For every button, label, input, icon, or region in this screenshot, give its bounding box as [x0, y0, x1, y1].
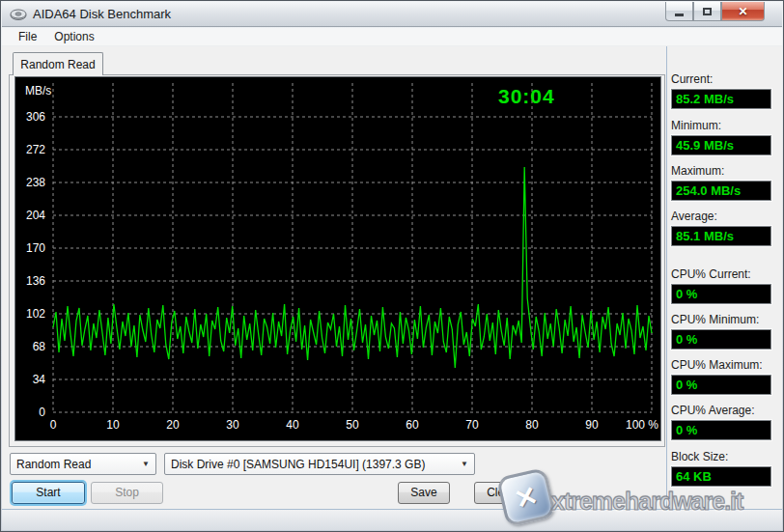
stat-average: Average: 85.1 MB/s	[671, 210, 773, 246]
elapsed-time: 30:04	[498, 85, 604, 108]
stat-minimum: Minimum: 45.9 MB/s	[671, 119, 773, 155]
benchmark-chart-svg: 30627223820417013610268340MB/s0102030405…	[15, 77, 662, 442]
disk-icon	[10, 8, 27, 22]
drive-select-value: Disk Drive #0 [SAMSUNG HD154UI] (1397.3 …	[171, 458, 425, 471]
stats-sidebar: Current: 85.2 MB/s Minimum: 45.9 MB/s Ma…	[671, 46, 779, 511]
app-window: AIDA64 Disk Benchmark ✕ File Options Ran…	[0, 0, 784, 532]
minimize-icon	[675, 14, 684, 16]
x-tick-label: 10	[106, 418, 120, 432]
benchmark-line	[53, 167, 652, 368]
stat-value: 254.0 MB/s	[671, 181, 771, 201]
y-axis-unit-label: MB/s	[25, 84, 51, 98]
stat-cpu-average: CPU% Average: 0 %	[671, 404, 773, 440]
x-tick-label: 50	[346, 418, 359, 432]
y-tick-label: 136	[26, 274, 45, 288]
y-tick-label: 272	[26, 143, 45, 156]
menu-options[interactable]: Options	[45, 28, 102, 45]
stat-value: 85.1 MB/s	[671, 226, 771, 246]
stat-value: 0 %	[671, 420, 771, 440]
caption-buttons: ✕	[665, 2, 765, 21]
stat-value: 45.9 MB/s	[671, 135, 771, 155]
stat-value: 0 %	[671, 375, 771, 395]
x-tick-label: 90	[585, 418, 599, 432]
x-tick-label: 40	[286, 418, 299, 432]
benchmark-chart: 30627223820417013610268340MB/s0102030405…	[14, 76, 661, 441]
x-tick-label: 0	[50, 418, 57, 432]
tab-page: 30627223820417013610268340MB/s0102030405…	[9, 74, 665, 447]
stat-label: CPU% Minimum:	[671, 313, 773, 326]
x-tick-label: 60	[406, 418, 419, 432]
sidebar-divider	[666, 46, 667, 511]
stat-label: CPU% Maximum:	[671, 358, 773, 372]
y-tick-label: 238	[26, 176, 45, 189]
y-tick-label: 34	[33, 373, 46, 386]
y-tick-label: 204	[26, 209, 45, 222]
chevron-down-icon: ▼	[136, 460, 150, 468]
stat-value: 85.2 MB/s	[671, 89, 771, 109]
stat-label: Current:	[671, 72, 773, 86]
stat-label: CPU% Current:	[671, 267, 773, 281]
x-glyph-icon: ✕	[511, 479, 542, 516]
maximize-icon	[703, 8, 712, 15]
stat-label: Maximum:	[671, 164, 773, 178]
tab-random-read[interactable]: Random Read	[13, 52, 103, 75]
save-button[interactable]: Save	[398, 482, 450, 504]
stat-value: 0 %	[671, 329, 771, 350]
maximize-button[interactable]	[693, 2, 721, 21]
title-bar[interactable]: AIDA64 Disk Benchmark ✕	[2, 2, 782, 27]
stat-label: CPU% Average:	[671, 404, 773, 417]
stat-maximum: Maximum: 254.0 MB/s	[671, 164, 773, 201]
stat-cpu-maximum: CPU% Maximum: 0 %	[671, 358, 773, 395]
close-button[interactable]: ✕	[721, 2, 765, 21]
window-title: AIDA64 Disk Benchmark	[33, 7, 171, 21]
benchmark-type-value: Random Read	[16, 458, 91, 471]
stat-label: Block Size:	[671, 450, 773, 463]
menu-file[interactable]: File	[10, 28, 45, 45]
stat-label: Average:	[671, 210, 773, 223]
y-tick-label: 0	[39, 406, 45, 419]
menu-bar: File Options	[2, 28, 782, 46]
stat-value: 0 %	[671, 284, 771, 304]
x-tick-label: 20	[166, 418, 180, 432]
client-area: Random Read 30627223820417013610268340MB…	[2, 46, 782, 511]
chevron-down-icon: ▼	[455, 460, 468, 468]
stat-current: Current: 85.2 MB/s	[671, 72, 773, 109]
y-tick-label: 306	[26, 110, 45, 124]
watermark: ✕ xtremehardware.it	[497, 470, 784, 530]
benchmark-type-select[interactable]: Random Read ▼	[10, 453, 156, 475]
xtremehardware-logo-icon: ✕	[496, 467, 556, 527]
minimize-button[interactable]	[665, 2, 693, 21]
x-tick-label: 30	[226, 418, 239, 432]
stop-button[interactable]: Stop	[91, 482, 163, 504]
close-icon: ✕	[738, 5, 747, 18]
x-tick-label: 80	[525, 418, 539, 432]
y-tick-label: 170	[26, 241, 45, 255]
start-button[interactable]: Start	[12, 482, 85, 504]
stat-label: Minimum:	[671, 119, 773, 132]
y-tick-label: 102	[26, 307, 45, 321]
y-tick-label: 68	[33, 340, 46, 353]
stat-cpu-minimum: CPU% Minimum: 0 %	[671, 313, 773, 350]
x-tick-label: 100 %	[626, 418, 658, 432]
watermark-text: xtremehardware.it	[551, 488, 742, 516]
x-tick-label: 70	[465, 418, 479, 432]
stat-cpu-current: CPU% Current: 0 %	[671, 267, 773, 304]
drive-select[interactable]: Disk Drive #0 [SAMSUNG HD154UI] (1397.3 …	[164, 453, 475, 475]
